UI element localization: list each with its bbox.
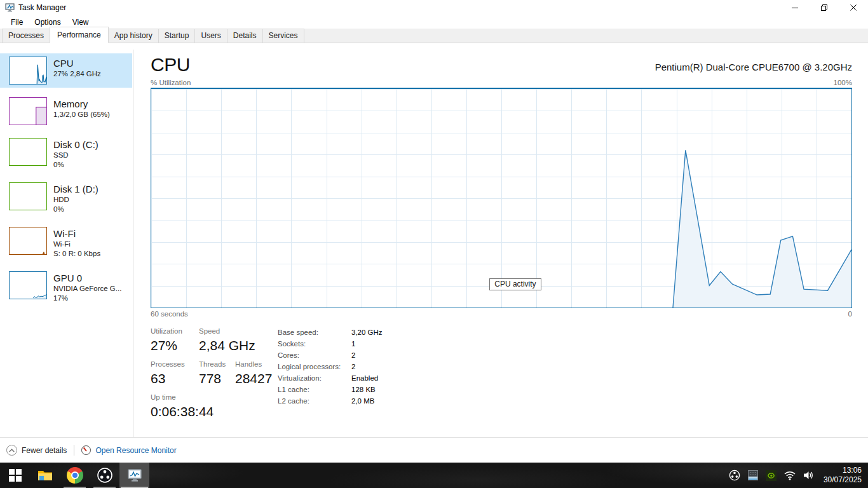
sidebar-item-wifi[interactable]: Wi-Fi Wi-Fi S: 0 R: 0 Kbps	[0, 224, 132, 262]
sidebar-item-sub: 27% 2,84 GHz	[53, 69, 101, 79]
sidebar-item-memory[interactable]: Memory 1,3/2,0 GB (65%)	[0, 94, 132, 128]
menu-options[interactable]: Options	[29, 17, 66, 28]
sidebar-item-title: Wi-Fi	[53, 227, 100, 240]
system-tray: 13:06 30/07/2025	[728, 463, 868, 488]
stat-handles: Handles 28427	[235, 360, 272, 387]
sidebar-item-sub: NVIDIA GeForce G...	[53, 284, 121, 294]
sidebar-item-title: Disk 0 (C:)	[53, 139, 98, 151]
tray-nvidia-icon[interactable]	[764, 468, 778, 482]
sidebar-item-disk0[interactable]: Disk 0 (C:) SSD 0%	[0, 135, 132, 173]
tray-volume-icon[interactable]	[801, 468, 815, 482]
sidebar-item-sub: Wi-Fi	[53, 240, 100, 249]
detail-virtualization: Virtualization:Enabled	[278, 372, 383, 384]
x-axis-right-label: 0	[848, 310, 852, 318]
gpu-mini-chart	[9, 271, 47, 299]
clock-time: 13:06	[824, 466, 862, 475]
tab-app-history[interactable]: App history	[108, 29, 159, 43]
window-title: Task Manager	[18, 3, 66, 12]
page-title: CPU	[151, 55, 190, 75]
chrome-icon	[67, 467, 83, 484]
task-manager-app-icon	[5, 3, 15, 13]
minimize-button[interactable]	[780, 0, 810, 15]
x-axis-left-label: 60 seconds	[151, 310, 188, 318]
stat-utilization: Utilization 27%	[151, 327, 199, 354]
disk1-mini-chart	[9, 182, 47, 210]
menu-file[interactable]: File	[5, 17, 29, 28]
task-manager-window: Task Manager File Options View Processes…	[0, 0, 868, 463]
task-manager-button[interactable]	[119, 463, 149, 488]
tray-obs-icon[interactable]	[728, 468, 742, 482]
cpu-panel: CPU Pentium(R) Dual-Core CPUE6700 @ 3.20…	[134, 43, 868, 437]
detail-base-speed: Base speed:3,20 GHz	[278, 327, 383, 338]
wifi-mini-chart	[9, 227, 47, 255]
detail-cores: Cores:2	[278, 349, 383, 361]
sidebar-item-sub: HDD	[53, 195, 98, 205]
detail-l1-cache: L1 cache:128 KB	[278, 384, 383, 395]
stat-uptime: Up time 0:06:38:44	[151, 393, 278, 420]
task-manager-icon	[126, 467, 143, 484]
cpu-activity-tooltip: CPU activity	[489, 278, 541, 290]
tab-processes[interactable]: Processes	[2, 29, 50, 43]
sidebar-item-title: GPU 0	[53, 272, 121, 284]
y-axis-max-label: 100%	[834, 79, 852, 86]
footer-bar: Fewer details Open Resource Monitor	[0, 437, 868, 463]
tray-app-icon[interactable]	[746, 468, 760, 482]
detail-logical-processors: Logical processors:2	[278, 361, 383, 372]
y-axis-label: % Utilization	[151, 79, 191, 86]
footer-divider	[74, 445, 74, 456]
stat-processes: Processes 63	[151, 360, 199, 387]
file-explorer-icon	[37, 467, 53, 484]
chrome-button[interactable]	[60, 463, 90, 488]
clock-date: 30/07/2025	[824, 475, 862, 485]
titlebar: Task Manager	[0, 0, 868, 15]
disk0-mini-chart	[9, 138, 47, 166]
tab-strip: Processes Performance App history Startu…	[0, 29, 868, 43]
fewer-details-button[interactable]: Fewer details	[6, 445, 67, 456]
start-button[interactable]	[0, 463, 30, 488]
tab-startup[interactable]: Startup	[158, 29, 196, 43]
sidebar-item-title: Memory	[53, 98, 110, 110]
sidebar-item-disk1[interactable]: Disk 1 (D:) HDD 0%	[0, 179, 132, 217]
stat-threads: Threads 778	[199, 360, 235, 387]
file-explorer-button[interactable]	[30, 463, 60, 488]
taskbar-clock[interactable]: 13:06 30/07/2025	[824, 466, 862, 485]
sidebar-item-title: Disk 1 (D:)	[53, 183, 98, 195]
detail-l2-cache: L2 cache:2,0 MB	[278, 395, 383, 407]
menubar: File Options View	[0, 15, 868, 29]
cpu-model-name: Pentium(R) Dual-Core CPUE6700 @ 3.20GHz	[655, 62, 852, 75]
obs-icon	[97, 467, 113, 484]
sidebar-item-sub: SSD	[53, 151, 98, 160]
cpu-utilization-chart[interactable]: CPU activity	[151, 88, 852, 308]
cpu-details: Base speed:3,20 GHz Sockets:1 Cores:2 Lo…	[278, 327, 383, 426]
cpu-mini-chart	[9, 57, 47, 85]
tab-performance[interactable]: Performance	[50, 27, 109, 43]
cpu-stats: Utilization 27% Speed 2,84 GHz Processes…	[151, 327, 278, 426]
sidebar-item-cpu[interactable]: CPU 27% 2,84 GHz	[0, 53, 132, 88]
open-resource-monitor-link[interactable]: Open Resource Monitor	[81, 445, 176, 455]
restore-button[interactable]	[810, 0, 839, 15]
sidebar-item-sub: 1,3/2,0 GB (65%)	[53, 110, 110, 119]
memory-mini-chart	[9, 97, 47, 125]
resource-monitor-icon	[81, 445, 91, 455]
tray-wifi-icon[interactable]	[783, 468, 797, 482]
stat-speed: Speed 2,84 GHz	[199, 327, 255, 354]
sidebar-item-title: CPU	[53, 57, 101, 69]
windows-logo-icon	[9, 469, 22, 482]
taskbar: 13:06 30/07/2025	[0, 463, 868, 488]
tab-services[interactable]: Services	[262, 29, 304, 43]
tab-details[interactable]: Details	[227, 29, 263, 43]
obs-button[interactable]	[90, 463, 119, 488]
chevron-up-circle-icon	[6, 445, 17, 456]
close-button[interactable]	[839, 0, 868, 15]
menu-view[interactable]: View	[67, 17, 95, 28]
sidebar-item-gpu[interactable]: GPU 0 NVIDIA GeForce G... 17%	[0, 268, 132, 306]
detail-sockets: Sockets:1	[278, 338, 383, 349]
tab-users[interactable]: Users	[194, 29, 227, 43]
performance-sidebar: CPU 27% 2,84 GHz Memory 1,3/2,0 GB (65%)…	[0, 43, 134, 437]
